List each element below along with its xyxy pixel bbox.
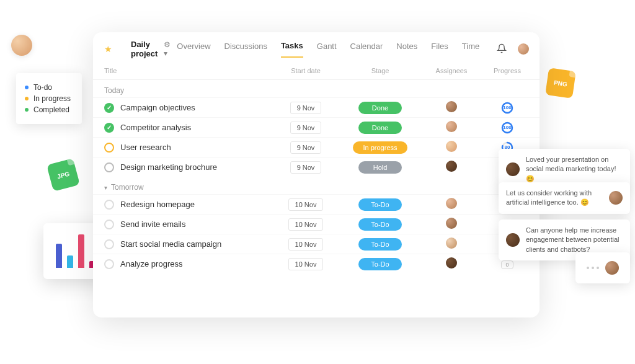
stage-pill[interactable]: To-Do	[358, 218, 402, 231]
comment-text: Let us consider working with artificial …	[506, 189, 603, 208]
task-row[interactable]: Analyze progress 10 Nov To-Do 0	[93, 254, 540, 273]
task-stage-cell: To-Do	[340, 258, 420, 270]
task-status-icon[interactable]	[104, 143, 114, 153]
stage-pill[interactable]: To-Do	[358, 258, 402, 270]
nav-tabs: OverviewDiscussionsTasksGanttCalendarNot…	[177, 41, 479, 58]
task-assignee-cell	[420, 101, 482, 114]
date-chip[interactable]: 9 Nov	[290, 122, 322, 134]
chart-bar	[67, 255, 73, 268]
task-status-icon[interactable]	[104, 123, 114, 133]
task-title[interactable]: Campaign objectives	[120, 103, 272, 112]
date-chip[interactable]: 9 Nov	[290, 102, 322, 114]
task-row[interactable]: Competitor analysis 9 Nov Done 100	[93, 117, 540, 137]
task-title[interactable]: Redesign homepage	[120, 200, 272, 209]
gear-icon[interactable]: ⚙ ▾	[164, 40, 171, 58]
topbar-user-avatar[interactable]	[518, 43, 529, 55]
assignee-avatar[interactable]	[446, 218, 457, 229]
stage-pill[interactable]: To-Do	[358, 238, 402, 251]
task-title[interactable]: Design marketing brochure	[120, 162, 272, 172]
task-title[interactable]: Competitor analysis	[120, 123, 272, 132]
col-stage[interactable]: Stage	[340, 67, 420, 74]
date-chip[interactable]: 10 Nov	[288, 258, 324, 270]
assignee-avatar[interactable]	[446, 198, 457, 209]
task-date-cell: 9 Nov	[272, 161, 340, 174]
task-stage-cell: Done	[340, 102, 420, 114]
assignee-avatar[interactable]	[446, 101, 457, 112]
task-progress-cell: 100	[482, 122, 532, 134]
png-file-chip: PNG	[545, 68, 576, 99]
task-stage-cell: In progress	[340, 141, 420, 154]
legend-dot	[25, 108, 29, 112]
task-stage-cell: To-Do	[340, 198, 420, 211]
task-status-icon[interactable]	[104, 259, 114, 269]
comment-text: Loved your presentation on social media …	[526, 155, 623, 184]
assignee-avatar[interactable]	[446, 121, 457, 132]
assignee-avatar[interactable]	[446, 257, 457, 269]
typing-dots-icon	[587, 267, 599, 269]
task-row[interactable]: Design marketing brochure 9 Nov Hold 70	[93, 157, 540, 177]
tab-notes[interactable]: Notes	[396, 42, 417, 57]
task-status-icon[interactable]	[104, 103, 114, 113]
task-status-icon[interactable]	[104, 220, 114, 229]
star-icon[interactable]: ★	[104, 44, 112, 54]
jpg-file-chip: JPG	[47, 158, 80, 192]
tab-discussions[interactable]: Discussions	[224, 42, 267, 57]
task-status-icon[interactable]	[104, 239, 114, 249]
task-status-icon[interactable]	[104, 162, 114, 172]
stage-pill[interactable]: Done	[358, 102, 402, 114]
task-row[interactable]: Redesign homepage 10 Nov To-Do 0	[93, 194, 540, 214]
tab-gantt[interactable]: Gantt	[317, 42, 337, 57]
chevron-down-icon: ▾	[104, 184, 107, 191]
col-progress[interactable]: Progress	[482, 67, 532, 74]
task-assignee-cell	[420, 218, 482, 231]
comment-avatar	[506, 233, 520, 247]
assignee-avatar[interactable]	[446, 237, 457, 249]
date-chip[interactable]: 10 Nov	[288, 218, 324, 231]
legend-dot	[25, 97, 29, 100]
date-chip[interactable]: 10 Nov	[288, 198, 324, 211]
date-chip[interactable]: 10 Nov	[288, 238, 324, 251]
task-title[interactable]: Analyze progress	[120, 259, 272, 269]
stage-pill[interactable]: Hold	[358, 161, 402, 174]
png-label: PNG	[553, 79, 567, 87]
stage-pill[interactable]: Done	[358, 122, 402, 134]
task-row[interactable]: Start social media campaign 10 Nov To-Do…	[93, 234, 540, 254]
group-name: Today	[104, 86, 124, 95]
group-header[interactable]: ▾Tomorrow	[93, 177, 540, 194]
task-assignee-cell	[420, 121, 482, 134]
jpg-label: JPG	[56, 170, 70, 180]
comment-bubble[interactable]: Let us consider working with artificial …	[499, 182, 630, 214]
group-name: Tomorrow	[111, 183, 144, 192]
legend-item: In progress	[25, 94, 71, 103]
project-title[interactable]: Daily project	[131, 40, 158, 58]
group-header[interactable]: Today	[93, 80, 540, 97]
date-chip[interactable]: 9 Nov	[290, 141, 322, 154]
task-stage-cell: Done	[340, 122, 420, 134]
task-title[interactable]: Start social media campaign	[120, 239, 272, 249]
assignee-avatar[interactable]	[446, 141, 457, 152]
task-row[interactable]: Campaign objectives 9 Nov Done 100	[93, 97, 540, 117]
tab-tasks[interactable]: Tasks	[281, 41, 303, 58]
bell-icon[interactable]	[497, 43, 507, 55]
task-title[interactable]: User research	[120, 143, 272, 152]
stage-pill[interactable]: To-Do	[358, 198, 402, 211]
stage-pill[interactable]: In progress	[353, 141, 407, 154]
col-title[interactable]: Title	[104, 67, 272, 74]
task-assignee-cell	[420, 257, 482, 270]
col-assignees[interactable]: Assignees	[420, 67, 482, 74]
task-status-icon[interactable]	[104, 200, 114, 210]
task-date-cell: 9 Nov	[272, 102, 340, 114]
col-startdate[interactable]: Start date	[272, 67, 340, 74]
task-row[interactable]: User research 9 Nov In progress 80	[93, 137, 540, 157]
tab-files[interactable]: Files	[431, 42, 448, 57]
tab-calendar[interactable]: Calendar	[350, 42, 383, 57]
typing-indicator	[575, 252, 630, 283]
tab-overview[interactable]: Overview	[177, 42, 210, 57]
floating-user-avatar	[11, 35, 32, 56]
assignee-avatar[interactable]	[446, 161, 457, 172]
progress-zero: 0	[501, 260, 513, 269]
tab-time[interactable]: Time	[462, 42, 479, 57]
task-row[interactable]: Send invite emails 10 Nov To-Do 0	[93, 214, 540, 234]
task-title[interactable]: Send invite emails	[120, 220, 272, 229]
date-chip[interactable]: 9 Nov	[290, 161, 322, 174]
